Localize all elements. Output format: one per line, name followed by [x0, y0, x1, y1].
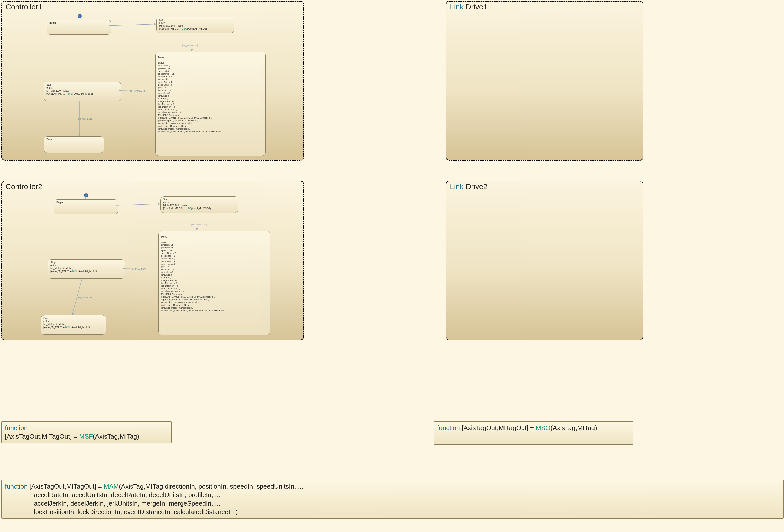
function-keyword: function — [5, 483, 29, 490]
divider — [446, 192, 643, 192]
fn-sig: (AxisTag,MITag) — [551, 424, 597, 432]
svg-marker-4 — [158, 203, 161, 205]
link-name: Drive2 — [466, 183, 487, 191]
svg-marker-1 — [191, 49, 193, 52]
svg-marker-6 — [122, 268, 125, 270]
svg-marker-0 — [154, 23, 157, 25]
transition-arrows — [2, 181, 303, 340]
controller1-chart[interactable]: Controller1 Begin Start entry: MI_MSO1.D… — [1, 1, 304, 161]
svg-marker-5 — [196, 228, 198, 231]
fn-name: MSO — [536, 424, 551, 432]
fn-sig: (AxisTag,MITag) — [93, 433, 139, 440]
divider — [446, 12, 643, 12]
function-msf[interactable]: function [AxisTagOut,MITagOut] = MSF(Axi… — [1, 421, 172, 443]
link-drive2[interactable]: Link Drive2 — [446, 181, 643, 340]
fn-name: MSF — [79, 433, 93, 440]
svg-marker-3 — [79, 134, 81, 137]
link-name: Drive1 — [466, 3, 487, 11]
controller2-chart[interactable]: Controller2 Begin Start entry: MI_MSO2.D… — [1, 181, 304, 340]
fn-sig: [AxisTagOut,MITagOut] = — [29, 483, 104, 490]
function-mam[interactable]: function [AxisTagOut,MITagOut] = MAM(Axi… — [1, 480, 784, 519]
link-keyword: Link — [450, 183, 466, 191]
fn-name: MAM — [104, 483, 119, 490]
fn-sig: [AxisTagOut,MITagOut] = — [5, 433, 79, 440]
link-keyword: Link — [450, 3, 466, 11]
link-drive2-title: Link Drive2 — [450, 183, 487, 191]
fn-line: accelJerkIn, decelJerkIn, jerkUnitsIn, m… — [5, 500, 220, 507]
function-mso[interactable]: function [AxisTagOut,MITagOut] = MSO(Axi… — [434, 421, 633, 445]
link-drive1-title: Link Drive1 — [450, 3, 487, 11]
canvas: Controller1 Begin Start entry: MI_MSO1.D… — [0, 0, 784, 532]
link-drive1[interactable]: Link Drive1 — [446, 1, 643, 161]
function-keyword: function — [5, 424, 28, 432]
function-keyword: function — [437, 424, 461, 432]
svg-marker-7 — [72, 312, 74, 315]
svg-marker-2 — [118, 90, 121, 91]
fn-sig: [AxisTagOut,MITagOut] = — [461, 424, 536, 432]
fn-sig: (AxisTag,MITag,directionIn, positionIn, … — [119, 483, 303, 490]
fn-line: lockPositionIn, lockDirectionIn, eventDi… — [5, 508, 238, 515]
fn-line: accelRateIn, accelUnitsIn, decelRateIn, … — [5, 491, 220, 499]
transition-arrows — [2, 2, 303, 160]
